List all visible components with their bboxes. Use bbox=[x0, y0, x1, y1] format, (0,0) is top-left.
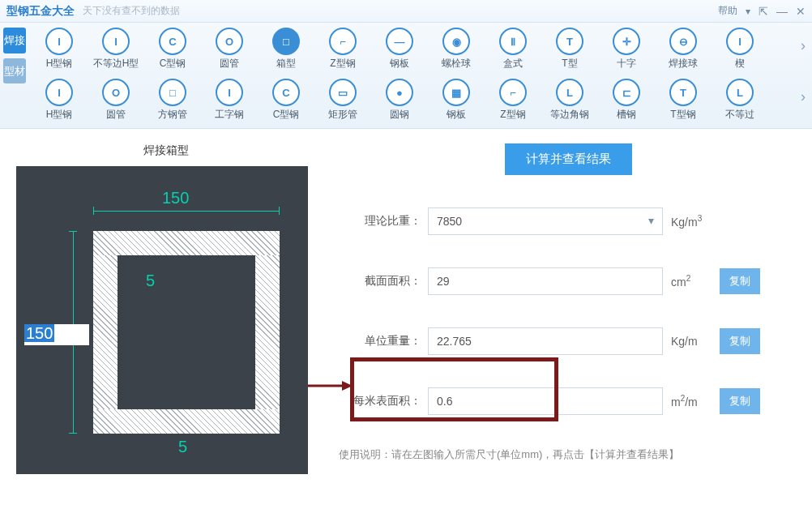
diagram-title: 焊接箱型 bbox=[16, 143, 316, 158]
row1-item-9-icon: T bbox=[556, 28, 583, 55]
row1-item-4-icon: □ bbox=[272, 28, 300, 55]
row1-item-5-label: Z型钢 bbox=[330, 57, 355, 71]
row2-item-11-label: T型钢 bbox=[670, 108, 695, 122]
row2-item-3[interactable]: I工字钢 bbox=[203, 79, 256, 122]
row1-item-11[interactable]: ⊖焊接球 bbox=[656, 28, 710, 71]
row1-item-6[interactable]: —钢板 bbox=[373, 28, 426, 71]
row2-item-8-label: Z型钢 bbox=[500, 108, 525, 122]
surface-copy-button[interactable]: 复制 bbox=[720, 388, 760, 414]
row2-item-10[interactable]: ⊏槽钢 bbox=[600, 79, 653, 122]
row1-item-7-label: 螺栓球 bbox=[442, 57, 471, 71]
surface-unit: m2/m bbox=[671, 394, 716, 408]
row1-item-1-icon: I bbox=[102, 28, 130, 55]
row1-item-11-label: 焊接球 bbox=[669, 57, 698, 71]
side-tab-weld[interactable]: 焊接 bbox=[3, 28, 26, 53]
app-title: 型钢五金大全 bbox=[6, 4, 75, 19]
row1-item-8[interactable]: Ⅱ盒式 bbox=[486, 28, 540, 71]
row1-item-5-icon: ⌐ bbox=[329, 28, 357, 55]
row1-item-3[interactable]: O圆管 bbox=[203, 28, 256, 71]
row2-item-10-label: 槽钢 bbox=[617, 108, 636, 122]
side-tab-profile[interactable]: 型材 bbox=[3, 58, 26, 84]
dim-thickness2-label[interactable]: 5 bbox=[178, 438, 187, 456]
row2-item-11[interactable]: TT型钢 bbox=[656, 79, 710, 122]
row2-item-11-icon: T bbox=[669, 79, 697, 106]
area-copy-button[interactable]: 复制 bbox=[720, 268, 760, 294]
row1-item-1[interactable]: I不等边H型 bbox=[89, 28, 143, 71]
row1-item-5[interactable]: ⌐Z型钢 bbox=[316, 28, 370, 71]
row2-item-2-icon: □ bbox=[159, 79, 186, 106]
density-label: 理论比重： bbox=[332, 214, 421, 229]
row2-item-6-label: 圆钢 bbox=[390, 108, 409, 122]
row1-item-12-label: 楔 bbox=[735, 57, 745, 71]
row2-item-7-label: 钢板 bbox=[447, 108, 466, 122]
row2-item-0[interactable]: IH型钢 bbox=[32, 79, 86, 122]
calculate-button[interactable]: 计算并查看结果 bbox=[505, 143, 632, 175]
row1-item-10-label: 十字 bbox=[617, 57, 636, 71]
area-unit: cm2 bbox=[671, 274, 716, 289]
help-dropdown-icon[interactable]: ▾ bbox=[746, 6, 750, 17]
row2-item-5-label: 矩形管 bbox=[328, 108, 357, 122]
row2-scroll-right-icon[interactable]: › bbox=[797, 87, 809, 106]
minimize-icon[interactable]: — bbox=[776, 5, 788, 18]
row1-item-2[interactable]: CC型钢 bbox=[146, 28, 199, 71]
row1-item-7[interactable]: ◉螺栓球 bbox=[430, 28, 483, 71]
row2-item-9-label: 等边角钢 bbox=[550, 108, 589, 122]
row2-item-6-icon: ● bbox=[386, 79, 413, 106]
row1-item-12-icon: I bbox=[726, 28, 754, 55]
row2-item-12[interactable]: L不等过 bbox=[713, 79, 767, 122]
form-panel: 计算并查看结果 理论比重： 7850 Kg/m3 截面面积： 29 cm2 复制… bbox=[332, 143, 804, 504]
pin-icon[interactable]: ⇱ bbox=[759, 5, 768, 18]
row2-item-7[interactable]: ▦钢板 bbox=[430, 79, 483, 122]
row1-item-7-icon: ◉ bbox=[442, 28, 470, 55]
help-menu[interactable]: 帮助 bbox=[718, 4, 737, 18]
row2-item-9[interactable]: L等边角钢 bbox=[543, 79, 596, 122]
area-label: 截面面积： bbox=[332, 274, 421, 289]
row1-item-10[interactable]: ✛十字 bbox=[600, 28, 653, 71]
row2-item-5-icon: ▭ bbox=[329, 79, 357, 106]
row2-item-5[interactable]: ▭矩形管 bbox=[316, 79, 370, 122]
row2-item-0-label: H型钢 bbox=[46, 108, 73, 122]
row1-item-2-label: C型钢 bbox=[160, 57, 186, 71]
row1-item-3-icon: O bbox=[216, 28, 243, 55]
row1-item-11-icon: ⊖ bbox=[669, 28, 697, 55]
weight-copy-button[interactable]: 复制 bbox=[720, 328, 760, 354]
weight-unit: Kg/m bbox=[671, 335, 716, 348]
row1-item-10-icon: ✛ bbox=[613, 28, 640, 55]
row1-item-8-label: 盒式 bbox=[503, 57, 523, 71]
row1-item-4[interactable]: □箱型 bbox=[259, 28, 313, 71]
row1-item-0-icon: I bbox=[45, 28, 73, 55]
row1-item-12[interactable]: I楔 bbox=[713, 28, 767, 71]
row2-item-3-icon: I bbox=[216, 79, 243, 106]
row1-item-3-label: 圆管 bbox=[220, 57, 239, 71]
dim-width-label[interactable]: 150 bbox=[162, 189, 189, 207]
row2-item-12-label: 不等过 bbox=[725, 108, 754, 122]
toolbar-area: 焊接 型材 IH型钢I不等边H型CC型钢O圆管□箱型⌐Z型钢—钢板◉螺栓球Ⅱ盒式… bbox=[0, 23, 812, 129]
dim-thickness1-label[interactable]: 5 bbox=[146, 272, 155, 290]
diagram-canvas: 150 5 5 150 bbox=[16, 166, 308, 474]
row2-item-2-label: 方钢管 bbox=[158, 108, 187, 122]
surface-output: 0.6 bbox=[428, 387, 663, 415]
row2-item-1-label: 圆管 bbox=[106, 108, 126, 122]
density-unit: Kg/m3 bbox=[671, 214, 716, 229]
row2-item-1[interactable]: O圆管 bbox=[89, 79, 143, 122]
row2-item-4[interactable]: CC型钢 bbox=[259, 79, 313, 122]
row1-scroll-right-icon[interactable]: › bbox=[797, 36, 809, 55]
row2-item-4-label: C型钢 bbox=[273, 108, 300, 122]
row1-item-2-icon: C bbox=[159, 28, 186, 55]
area-output: 29 bbox=[428, 267, 663, 295]
titlebar: 型钢五金大全 天下没有查不到的数据 帮助 ▾ ⇱ — ✕ bbox=[0, 0, 812, 23]
density-select[interactable]: 7850 bbox=[428, 207, 663, 235]
row2-item-8-icon: ⌐ bbox=[499, 79, 527, 106]
row1-item-0[interactable]: IH型钢 bbox=[32, 28, 86, 71]
row1-item-9[interactable]: TT型 bbox=[543, 28, 596, 71]
row2-item-6[interactable]: ●圆钢 bbox=[373, 79, 426, 122]
row2-item-2[interactable]: □方钢管 bbox=[146, 79, 199, 122]
dim-height-input[interactable]: 150 bbox=[24, 324, 89, 345]
row1-item-0-label: H型钢 bbox=[46, 57, 73, 71]
row2-item-8[interactable]: ⌐Z型钢 bbox=[486, 79, 540, 122]
row2-item-7-icon: ▦ bbox=[442, 79, 470, 106]
weight-label: 单位重量： bbox=[332, 334, 421, 349]
row2-item-3-label: 工字钢 bbox=[215, 108, 244, 122]
close-icon[interactable]: ✕ bbox=[796, 5, 806, 18]
row2-item-4-icon: C bbox=[272, 79, 300, 106]
